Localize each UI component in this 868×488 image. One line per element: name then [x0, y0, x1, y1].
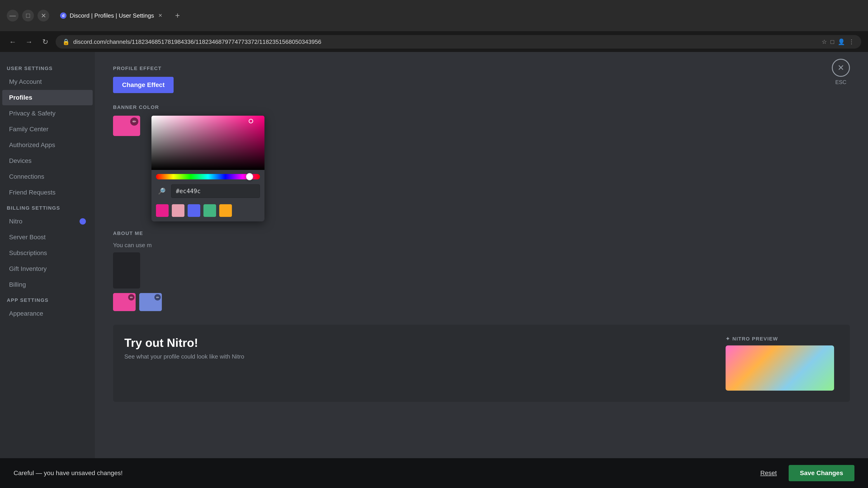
sidebar-item-connections[interactable]: Connections	[2, 169, 93, 184]
sidebar-item-profiles[interactable]: Profiles	[2, 90, 93, 105]
sidebar-item-family-center[interactable]: Family Center	[2, 122, 93, 137]
sidebar-item-my-account[interactable]: My Account	[2, 74, 93, 90]
sidebar-item-billing[interactable]: Billing	[2, 277, 93, 292]
bottom-swatch-pink[interactable]: ✏	[113, 293, 135, 311]
color-picker-popup: 🔎	[151, 116, 265, 221]
banner-color-section: BANNER COLOR ✏	[113, 104, 850, 221]
sidebar-item-label: Server Boost	[9, 234, 46, 240]
sidebar-item-label: Billing	[9, 281, 26, 288]
esc-label: ESC	[835, 79, 846, 86]
bottom-swatch-blue[interactable]: ✏	[139, 293, 162, 311]
sidebar-item-label: Profiles	[9, 94, 32, 101]
nitro-section: Try out Nitro! See what your profile cou…	[113, 325, 850, 402]
swatch-edit-icon-2: ✏	[154, 294, 161, 300]
about-me-section: ABOUT ME You can use m	[113, 230, 850, 289]
billing-settings-label: BILLING SETTINGS	[0, 201, 95, 213]
about-me-label: ABOUT ME	[113, 230, 850, 236]
sidebar-item-friend-requests[interactable]: Friend Requests	[2, 185, 93, 200]
back-button[interactable]: ←	[7, 36, 19, 48]
preset-colors	[151, 202, 265, 221]
reset-button[interactable]: Reset	[754, 466, 783, 480]
sidebar: USER SETTINGS My Account Profiles Privac…	[0, 52, 95, 488]
sidebar-item-devices[interactable]: Devices	[2, 153, 93, 168]
sidebar-item-subscriptions[interactable]: Subscriptions	[2, 246, 93, 261]
active-tab[interactable]: d Discord | Profiles | User Settings ✕	[54, 9, 170, 22]
change-effect-button[interactable]: Change Effect	[113, 77, 174, 93]
tab-favicon: d	[60, 12, 66, 19]
sidebar-item-label: Authorized Apps	[9, 141, 55, 149]
menu-icon[interactable]: ⋮	[848, 38, 855, 45]
sidebar-item-authorized-apps[interactable]: Authorized Apps	[2, 137, 93, 153]
incognito-icon: 👤	[838, 38, 845, 45]
banner-color-preview[interactable]: ✏	[113, 116, 140, 136]
edit-icon: ✏	[130, 118, 138, 126]
preset-color-swatch-4[interactable]	[204, 204, 216, 217]
maximize-button[interactable]: □	[22, 10, 34, 22]
hue-slider-container	[151, 170, 265, 182]
sidebar-item-label: Family Center	[9, 126, 49, 133]
address-bar[interactable]: 🔒 discord.com/channels/11823468517819843…	[56, 35, 861, 48]
extension-icon[interactable]: □	[831, 38, 834, 45]
app-settings-label: APP SETTINGS	[0, 293, 95, 305]
sidebar-item-label: Gift Inventory	[9, 265, 47, 272]
sidebar-item-appearance[interactable]: Appearance	[2, 306, 93, 321]
profile-effect-label: PROFILE EFFECT	[113, 66, 850, 71]
sidebar-item-nitro[interactable]: Nitro	[2, 214, 93, 229]
swatch-edit-icon: ✏	[128, 294, 134, 300]
close-button[interactable]: ✕	[37, 10, 49, 22]
nitro-preview-image	[725, 346, 834, 391]
hex-color-input[interactable]	[171, 184, 260, 198]
hex-input-row: 🔎	[151, 182, 265, 202]
app-layout: USER SETTINGS My Account Profiles Privac…	[0, 52, 868, 488]
preset-color-swatch-3[interactable]	[188, 204, 200, 217]
banner-color-label: BANNER COLOR	[113, 104, 850, 110]
preset-color-swatch-2[interactable]	[172, 204, 184, 217]
sidebar-item-label: Friend Requests	[9, 189, 55, 196]
browser-chrome: — □ ✕ d Discord | Profiles | User Settin…	[0, 0, 868, 32]
new-tab-button[interactable]: +	[172, 10, 183, 22]
address-icons: ☆ □ 👤 ⋮	[822, 38, 855, 45]
sidebar-item-label: Privacy & Safety	[9, 110, 55, 117]
star-icon[interactable]: ☆	[822, 38, 827, 45]
esc-button[interactable]: ✕ ESC	[832, 59, 850, 86]
tab-bar: d Discord | Profiles | User Settings ✕ +	[54, 9, 861, 22]
preset-color-swatch-5[interactable]	[219, 204, 232, 217]
eyedropper-button[interactable]: 🔎	[156, 186, 167, 197]
preset-color-swatch-1[interactable]	[156, 204, 168, 217]
sidebar-item-gift-inventory[interactable]: Gift Inventory	[2, 261, 93, 276]
minimize-button[interactable]: —	[7, 10, 19, 22]
nitro-badge-icon	[80, 218, 86, 225]
bottom-swatches: ✏ ✏	[113, 293, 850, 311]
browser-controls: — □ ✕	[7, 10, 49, 22]
sidebar-item-label: Appearance	[9, 310, 43, 317]
main-content: PROFILE EFFECT Change Effect BANNER COLO…	[95, 52, 868, 488]
url-text: discord.com/channels/1182346851781984336…	[73, 38, 818, 45]
tab-title: Discord | Profiles | User Settings	[70, 12, 154, 19]
nitro-left: Try out Nitro! See what your profile cou…	[124, 336, 712, 360]
tab-close-button[interactable]: ✕	[157, 12, 163, 19]
color-gradient-canvas[interactable]	[151, 116, 265, 170]
nitro-preview-section: ✦ NITRO PREVIEW	[725, 336, 839, 391]
nitro-preview-label: ✦ NITRO PREVIEW	[725, 336, 778, 342]
sidebar-item-server-boost[interactable]: Server Boost	[2, 230, 93, 245]
unsaved-bar: Careful — you have unsaved changes! Rese…	[0, 458, 868, 488]
reload-button[interactable]: ↻	[39, 36, 51, 48]
nitro-subtitle: See what your profile could look like wi…	[124, 353, 712, 360]
nitro-title: Try out Nitro!	[124, 336, 712, 350]
sidebar-item-label: Connections	[9, 173, 44, 180]
nitro-star-icon: ✦	[725, 336, 730, 342]
sidebar-item-label: Devices	[9, 157, 32, 164]
forward-button[interactable]: →	[23, 36, 35, 48]
address-bar-row: ← → ↻ 🔒 discord.com/channels/11823468517…	[0, 32, 868, 52]
user-settings-label: USER SETTINGS	[0, 61, 95, 74]
banner-area: ✏ �	[113, 116, 850, 221]
esc-circle-icon: ✕	[832, 59, 850, 77]
save-changes-button[interactable]: Save Changes	[789, 465, 855, 481]
sidebar-item-privacy-safety[interactable]: Privacy & Safety	[2, 106, 93, 121]
sidebar-item-label: Subscriptions	[9, 250, 47, 256]
sidebar-item-label: My Account	[9, 78, 42, 85]
unsaved-message: Careful — you have unsaved changes!	[13, 469, 123, 477]
hue-slider[interactable]	[156, 174, 260, 180]
hue-handle[interactable]	[246, 173, 253, 180]
about-me-placeholder: You can use m	[113, 242, 850, 249]
